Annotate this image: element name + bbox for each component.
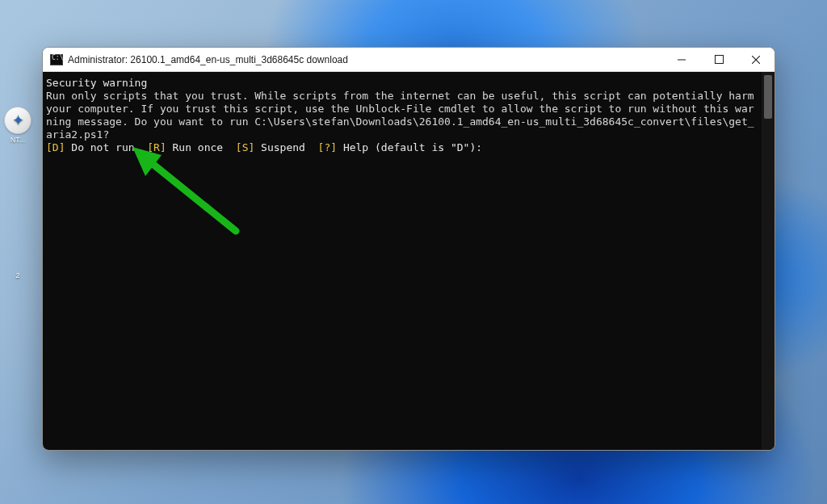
- window-controls: [663, 48, 775, 71]
- shortcut-label: NT...: [2, 136, 34, 144]
- titlebar[interactable]: Administrator: 26100.1_amd64_en-us_multi…: [43, 48, 775, 72]
- terminal-area: Security warning Run only scripts that y…: [43, 72, 775, 450]
- maximize-button[interactable]: [700, 48, 737, 71]
- close-button[interactable]: [737, 48, 775, 71]
- prompt-line: [D] Do not run [R] Run once [S] Suspend …: [46, 141, 482, 153]
- minimize-icon: [678, 56, 686, 64]
- option-r-key: [R]: [147, 141, 166, 153]
- terminal-window: Administrator: 26100.1_amd64_en-us_multi…: [42, 47, 775, 451]
- shortcut-icon: ✦: [4, 107, 31, 134]
- desktop-label: 2: [2, 271, 33, 279]
- minimize-button[interactable]: [663, 48, 700, 71]
- vertical-scrollbar[interactable]: [762, 72, 775, 450]
- close-icon: [752, 56, 760, 64]
- maximize-icon: [715, 55, 724, 64]
- terminal-output[interactable]: Security warning Run only scripts that y…: [43, 72, 762, 450]
- option-r-label: Run once: [166, 141, 236, 153]
- option-d-key: [D]: [46, 141, 65, 153]
- option-help-label: Help (default is "D"):: [337, 141, 482, 153]
- security-warning-heading: Security warning: [46, 77, 147, 89]
- option-s-label: Suspend: [254, 141, 317, 153]
- security-warning-body: Run only scripts that you trust. While s…: [46, 90, 760, 141]
- desktop-shortcut[interactable]: ✦ NT...: [2, 107, 34, 144]
- scrollbar-thumb[interactable]: [764, 75, 772, 119]
- window-title: Administrator: 26100.1_amd64_en-us_multi…: [68, 54, 348, 65]
- option-d-label: Do not run: [65, 141, 147, 153]
- option-s-key: [S]: [236, 141, 254, 153]
- svg-rect-0: [715, 56, 723, 64]
- command-prompt-icon: [50, 54, 63, 65]
- option-help-key: [?]: [318, 141, 337, 153]
